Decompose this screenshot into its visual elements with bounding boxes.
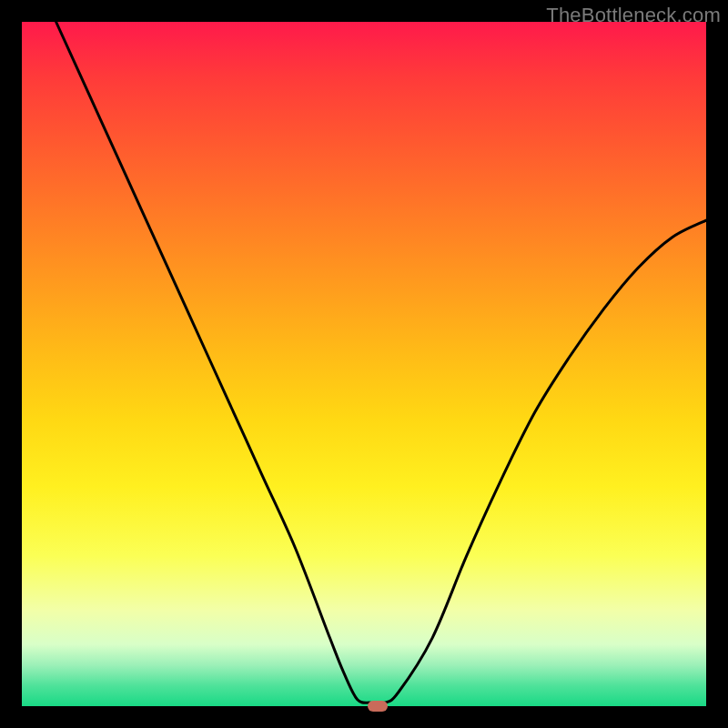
- minimum-marker: [368, 701, 388, 712]
- bottleneck-curve: [22, 22, 706, 706]
- chart-container: TheBottleneck.com: [0, 0, 728, 728]
- watermark-text: TheBottleneck.com: [546, 4, 721, 27]
- plot-area: [22, 22, 706, 706]
